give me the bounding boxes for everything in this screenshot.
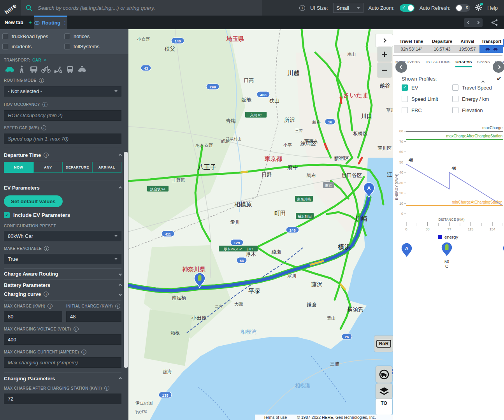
sidebar-scrollbar[interactable] bbox=[124, 152, 128, 368]
transport-scooter-icon[interactable] bbox=[52, 65, 64, 74]
clear-transport-icon[interactable]: ✕ bbox=[44, 58, 47, 63]
max-voltage-input[interactable] bbox=[4, 334, 121, 345]
profile-elevation[interactable]: Elevation bbox=[452, 107, 499, 113]
tab-spans[interactable]: SPANS bbox=[477, 60, 490, 67]
checkbox-box[interactable] bbox=[452, 96, 458, 102]
truck-restrictions-button[interactable] bbox=[376, 366, 392, 383]
profile-ev[interactable]: EV bbox=[402, 84, 452, 91]
info-icon[interactable] bbox=[299, 5, 305, 11]
departure-departure-button[interactable]: DEPARTURE bbox=[63, 162, 92, 173]
set-default-values-button[interactable]: Set default values bbox=[4, 195, 63, 207]
prev-route-button[interactable] bbox=[395, 61, 407, 73]
range-on-route-button[interactable]: RoR bbox=[374, 336, 393, 352]
transport-bicycle-icon[interactable] bbox=[40, 65, 52, 74]
checkbox-box[interactable] bbox=[402, 107, 408, 113]
auto-zoom-toggle[interactable]: ✓ bbox=[400, 4, 414, 12]
next-route-button[interactable] bbox=[493, 61, 504, 73]
checkbox-notices[interactable]: notices bbox=[64, 33, 126, 39]
checkbox-box[interactable] bbox=[452, 84, 458, 91]
marker-a-pin[interactable]: A bbox=[397, 242, 416, 260]
checkbox-box[interactable] bbox=[402, 84, 408, 91]
initial-charge-input[interactable] bbox=[66, 311, 121, 322]
here-logo[interactable]: here bbox=[0, 0, 21, 16]
max-charge-input[interactable] bbox=[4, 311, 62, 322]
back-icon[interactable] bbox=[467, 21, 470, 24]
to-button[interactable]: TO bbox=[376, 399, 392, 415]
map-layers-button[interactable] bbox=[376, 383, 392, 399]
checkbox-box[interactable] bbox=[2, 33, 8, 39]
info-icon[interactable] bbox=[115, 304, 120, 309]
transport-cell[interactable] bbox=[479, 45, 503, 53]
info-icon[interactable] bbox=[44, 246, 49, 251]
collapse-profiles-icon[interactable] bbox=[482, 78, 484, 85]
departure-arrival-button[interactable]: ARRIVAL bbox=[92, 162, 122, 173]
checkbox-box[interactable] bbox=[402, 96, 408, 102]
battery-parameters-header[interactable]: Battery Parameters bbox=[4, 282, 121, 288]
ui-size-select[interactable]: Small bbox=[333, 3, 364, 13]
make-reachable-select[interactable]: True bbox=[4, 254, 121, 264]
info-icon[interactable] bbox=[44, 292, 49, 297]
collapse-icon[interactable] bbox=[119, 377, 122, 380]
collapse-panel-button[interactable] bbox=[376, 34, 393, 47]
new-tab-button[interactable]: New tab + bbox=[5, 19, 32, 25]
forward-icon[interactable] bbox=[476, 21, 479, 24]
checkbox-box[interactable] bbox=[4, 212, 10, 218]
checkbox-box[interactable] bbox=[2, 44, 8, 49]
info-icon[interactable] bbox=[41, 125, 46, 130]
transport-truck-icon[interactable] bbox=[28, 65, 40, 74]
routing-mode-select[interactable]: - Not selected - bbox=[4, 86, 121, 97]
checkbox-truckroadtypes[interactable]: truckRoadTypes bbox=[2, 33, 64, 39]
info-icon[interactable] bbox=[74, 327, 79, 332]
ev-parameters-header[interactable]: EV Parameters bbox=[4, 185, 121, 191]
tab-routing[interactable]: Routing ⋮ bbox=[34, 16, 67, 29]
terms-of-use-link[interactable]: Terms of use bbox=[263, 415, 287, 420]
checkbox-incidents[interactable]: incidents bbox=[2, 44, 64, 49]
collapse-icon[interactable] bbox=[119, 186, 122, 189]
transport-pedestrian-icon[interactable] bbox=[16, 65, 28, 74]
max-charge-after-input[interactable] bbox=[4, 394, 121, 404]
checkbox-box[interactable] bbox=[64, 44, 70, 49]
search-input[interactable] bbox=[38, 5, 256, 11]
info-icon[interactable] bbox=[42, 102, 47, 107]
map-canvas[interactable]: 14043299468411162461296326127135 入間 IC談合… bbox=[128, 29, 393, 420]
info-icon[interactable] bbox=[44, 153, 49, 158]
departure-now-button[interactable]: NOW bbox=[4, 162, 33, 173]
profile-travel-speed[interactable]: Travel Speed bbox=[452, 84, 499, 91]
info-icon[interactable] bbox=[47, 304, 53, 309]
route-result-row[interactable]: 02h 53' 14" 16:57:43 19:50:57 bbox=[394, 45, 503, 53]
departure-any-button[interactable]: ANY bbox=[33, 162, 63, 173]
speed-cap-input[interactable] bbox=[4, 134, 121, 144]
charging-parameters-header[interactable]: Charging Parameters bbox=[4, 376, 121, 381]
transport-car-icon[interactable] bbox=[4, 65, 16, 74]
expand-icon[interactable] bbox=[119, 272, 122, 275]
profile-energy-km[interactable]: Energy / km bbox=[452, 96, 499, 102]
zoom-in-button[interactable]: + bbox=[378, 47, 392, 62]
map-image[interactable]: 14043299468411162461296326127135 入間 IC談合… bbox=[128, 29, 393, 420]
profile-frc[interactable]: FRC bbox=[402, 107, 452, 113]
checkbox-box[interactable] bbox=[452, 107, 458, 113]
transport-bus-icon[interactable] bbox=[64, 65, 76, 74]
info-icon[interactable] bbox=[39, 78, 44, 83]
auto-refresh-toggle[interactable]: x bbox=[455, 4, 470, 12]
hov-occupancy-input[interactable] bbox=[4, 110, 121, 121]
tab-graphs[interactable]: GRAPHS bbox=[455, 60, 472, 67]
charge-aware-routing-header[interactable]: Charge Aware Routing bbox=[4, 271, 121, 277]
tab-tbt-actions[interactable]: TBT ACTIONS bbox=[425, 60, 450, 67]
include-ev-parameters-checkbox[interactable]: Include EV Parameters bbox=[4, 212, 121, 218]
max-current-input[interactable] bbox=[4, 357, 121, 368]
charging-curve-header[interactable]: Charging curve bbox=[4, 291, 121, 297]
share-icon[interactable] bbox=[491, 19, 499, 26]
transport-taxi-icon[interactable] bbox=[76, 65, 88, 74]
help-link[interactable]: Help bbox=[487, 5, 498, 11]
profile-speed-limit[interactable]: Speed Limit bbox=[402, 96, 452, 102]
tab-menu-icon[interactable]: ⋮ bbox=[63, 20, 67, 26]
info-icon[interactable] bbox=[104, 386, 109, 391]
checkbox-tollsystems[interactable]: tollSystems bbox=[64, 44, 126, 49]
marker-b-pin-partial[interactable] bbox=[499, 242, 504, 260]
settings-gear-button[interactable] bbox=[475, 4, 482, 12]
marker-charging-pin[interactable] bbox=[437, 241, 456, 259]
departure-time-header[interactable]: Departure Time bbox=[4, 152, 121, 158]
collapse-icon[interactable] bbox=[119, 283, 122, 286]
collapse-icon[interactable] bbox=[119, 153, 122, 156]
info-icon[interactable] bbox=[81, 350, 86, 355]
